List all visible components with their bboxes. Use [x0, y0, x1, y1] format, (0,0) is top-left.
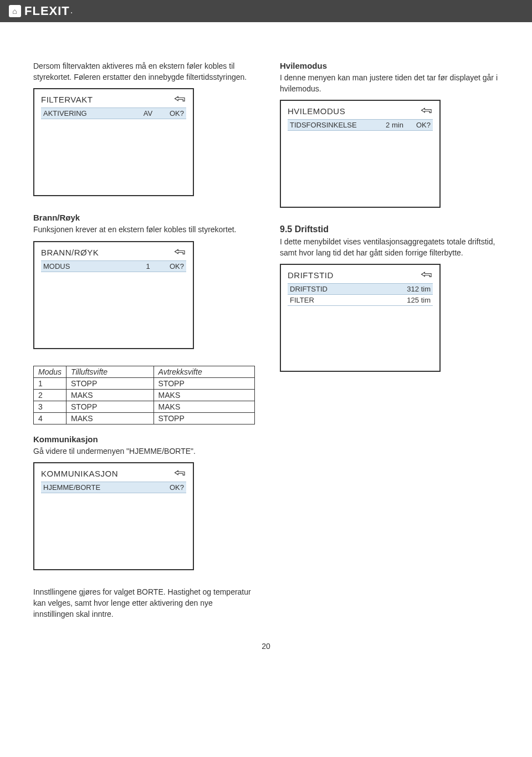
row-action[interactable]: OK? — [408, 121, 431, 129]
row-value: 125 tim — [386, 296, 431, 304]
row-label: MODUS — [43, 262, 134, 270]
back-arrow-icon[interactable] — [174, 469, 186, 478]
row-label: HJEMME/BORTE — [43, 483, 162, 492]
text-komm-footer: Innstllingene gjøres for valget BORTE. H… — [33, 587, 252, 620]
row-label: FILTER — [290, 296, 386, 304]
row-value: 312 tim — [386, 285, 431, 293]
row-value: AV — [134, 109, 162, 117]
panel-filtervakt: FILTERVAKT AKTIVERING AV OK? — [33, 88, 194, 196]
panel-title: FILTERVAKT — [41, 95, 93, 104]
th-tilluft: Tilluftsvifte — [66, 366, 154, 377]
row-label: DRIFTSTID — [290, 285, 386, 293]
text-driftstid: I dette menybildet vises ventilasjonsagg… — [280, 237, 499, 258]
panel-title: KOMMUNIKASJON — [41, 469, 118, 478]
heading-hvile: Hvilemodus — [280, 61, 499, 70]
text-komm: Gå videre til undermenyen "HJEMME/BORTE"… — [33, 446, 252, 457]
text-brann: Funksjonen krever at en ekstern føler ko… — [33, 224, 252, 236]
back-arrow-icon[interactable] — [174, 248, 186, 257]
brand-icon: ⌂ — [9, 5, 21, 17]
text-hvile: I denne menyen kan man justere tiden det… — [280, 73, 499, 94]
heading-driftstid: 9.5 Driftstid — [280, 224, 499, 234]
row-action[interactable]: OK? — [162, 483, 184, 492]
panel-title: HVILEMODUS — [288, 106, 345, 116]
table-row: 1 STOPP STOPP — [34, 377, 255, 389]
back-arrow-icon[interactable] — [174, 95, 186, 104]
left-column: Dersom filtervakten aktiveres må en ekst… — [33, 61, 252, 625]
heading-brann: Brann/Røyk — [33, 213, 252, 222]
panel-row-aktivering[interactable]: AKTIVERING AV OK? — [41, 108, 186, 119]
panel-row-driftstid: DRIFTSTID 312 tim — [288, 283, 433, 295]
row-value: 2 min — [381, 121, 408, 129]
panel-row-filter: FILTER 125 tim — [288, 295, 433, 306]
panel-row-hjemme[interactable]: HJEMME/BORTE OK? — [41, 482, 186, 493]
panel-brann: BRANN/RØYK MODUS 1 OK? — [33, 241, 194, 349]
row-action[interactable]: OK? — [162, 109, 184, 117]
right-column: Hvilemodus I denne menyen kan man juster… — [280, 61, 499, 625]
table-row: 4 MAKS STOPP — [34, 412, 255, 424]
row-label: AKTIVERING — [43, 109, 134, 117]
table-row: 3 STOPP MAKS — [34, 401, 255, 412]
modus-table: Modus Tilluftsvifte Avtrekksvifte 1 STOP… — [33, 366, 255, 424]
back-arrow-icon[interactable] — [421, 270, 433, 280]
panel-title: DRIFTSTID — [288, 270, 334, 280]
panel-hvile: HVILEMODUS TIDSFORSINKELSE 2 min OK? — [280, 100, 441, 208]
intro-text-left: Dersom filtervakten aktiveres må en ekst… — [33, 61, 252, 83]
row-label: TIDSFORSINKELSE — [290, 121, 381, 129]
table-row: 2 MAKS MAKS — [34, 389, 255, 401]
row-action[interactable]: OK? — [162, 262, 184, 270]
table-header-row: Modus Tilluftsvifte Avtrekksvifte — [34, 366, 255, 377]
brand-name: FLEXIT — [24, 4, 70, 18]
brand-header: ⌂ FLEXIT. — [0, 0, 532, 22]
panel-drift: DRIFTSTID DRIFTSTID 312 tim FILTER 125 t… — [280, 264, 441, 372]
panel-row-modus[interactable]: MODUS 1 OK? — [41, 260, 186, 272]
heading-komm: Kommunikasjon — [33, 434, 252, 444]
panel-title: BRANN/RØYK — [41, 248, 99, 257]
page-number: 20 — [33, 642, 499, 651]
back-arrow-icon[interactable] — [421, 106, 433, 116]
th-avtrekk: Avtrekksvifte — [154, 366, 254, 377]
th-modus: Modus — [34, 366, 66, 377]
panel-komm: KOMMUNIKASJON HJEMME/BORTE OK? — [33, 462, 194, 570]
panel-row-tidsfor[interactable]: TIDSFORSINKELSE 2 min OK? — [288, 119, 433, 131]
row-value: 1 — [134, 262, 162, 270]
